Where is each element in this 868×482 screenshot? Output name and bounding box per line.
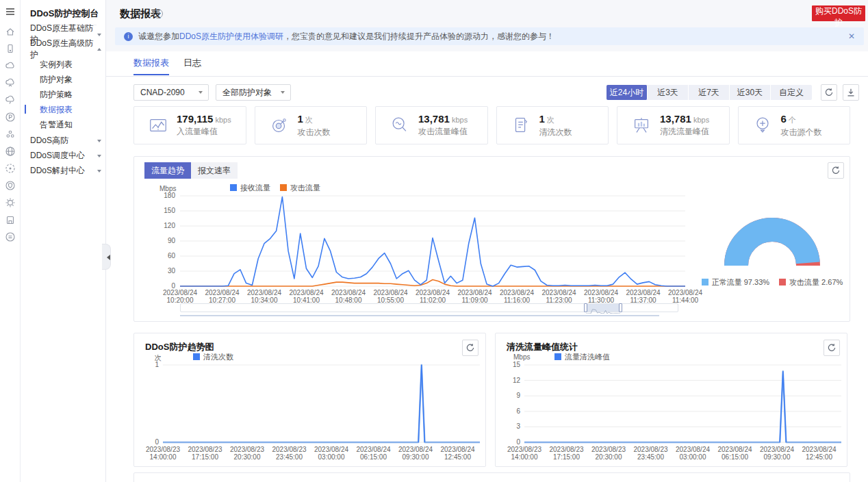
sidebar-item-protection-targets[interactable]: 防护对象	[30, 73, 101, 86]
stat-card-attack-count: 1次攻击次数	[255, 106, 368, 144]
protection-trend-chart: 102023/08/2314:00:002023/08/2317:15:0020…	[134, 333, 487, 468]
tab-packet-rate[interactable]: 报文速率	[191, 162, 238, 179]
svg-text:2023/08/24: 2023/08/24	[314, 446, 348, 453]
svg-text:2023/08/24: 2023/08/24	[584, 289, 618, 296]
banner-close-icon[interactable]: ✕	[848, 31, 855, 41]
instance-select[interactable]: CNAD-2090	[133, 84, 209, 101]
chart-refresh-button[interactable]	[828, 162, 844, 179]
svg-text:2023/08/24: 2023/08/24	[373, 289, 407, 296]
parking-icon[interactable]	[5, 112, 16, 123]
shield-circle-icon[interactable]	[5, 180, 16, 191]
buy-ddos-button[interactable]: 购买DDoS防护	[812, 5, 865, 21]
tab-traffic-trend[interactable]: 流量趋势	[144, 162, 191, 179]
home-icon[interactable]	[5, 26, 16, 37]
info-icon: i	[124, 32, 133, 41]
svg-text:9: 9	[516, 392, 520, 399]
survey-link[interactable]: DDoS原生防护使用体验调研	[179, 31, 283, 41]
svg-text:2023/08/24: 2023/08/24	[500, 289, 534, 296]
svg-text:12: 12	[513, 377, 521, 384]
scan-icon[interactable]	[5, 197, 16, 208]
tab-logs[interactable]: 日志	[183, 57, 201, 75]
sidebar-item-alert-notification[interactable]: 告警通知	[30, 118, 101, 131]
chart-refresh-button[interactable]	[824, 340, 840, 356]
chart-legend: 清洗次数	[193, 352, 233, 362]
dashed-circle-icon[interactable]	[5, 163, 16, 174]
svg-text:2023/08/24: 2023/08/24	[331, 289, 366, 296]
list-circle-icon[interactable]	[5, 231, 16, 242]
survey-banner: i 诚邀您参加DDoS原生防护使用体验调研，您宝贵的意见和建议是我们持续提升产品…	[115, 27, 864, 45]
sidebar-item-protection-policy[interactable]: 防护策略	[30, 88, 101, 101]
menu-icon[interactable]	[5, 6, 16, 17]
mobile-icon[interactable]	[5, 43, 16, 54]
svg-text:12:45:00: 12:45:00	[444, 453, 471, 461]
svg-text:2023/08/24: 2023/08/24	[356, 446, 390, 453]
svg-text:2023/08/24: 2023/08/24	[440, 446, 474, 453]
sidebar-item-instance-list[interactable]: 实例列表	[30, 58, 101, 71]
traffic-ratio-donut	[719, 214, 825, 269]
help-icon[interactable]: ?	[153, 9, 163, 18]
svg-text:120: 120	[164, 222, 175, 229]
stat-card-attack-peak: 13,781kbps攻击流量峰值	[375, 106, 488, 144]
datazoom-window[interactable]	[586, 304, 620, 312]
cloud-icon[interactable]	[5, 60, 16, 71]
refresh-button[interactable]	[821, 84, 837, 101]
y-axis-unit: Mbps	[159, 185, 176, 192]
svg-text:2023/08/23: 2023/08/23	[507, 446, 541, 453]
target-select[interactable]: 全部防护对象	[216, 84, 291, 101]
sidebar-collapse-handle[interactable]	[102, 244, 111, 270]
period-custom-button[interactable]: 自定义	[771, 85, 812, 100]
svg-text:180: 180	[164, 192, 175, 199]
board-chart-icon	[631, 115, 652, 136]
trend-legend: 接收流量 攻击流量	[230, 183, 320, 193]
svg-text:23:45:00: 23:45:00	[637, 453, 664, 461]
svg-text:15: 15	[513, 361, 521, 368]
period-7d-button[interactable]: 近7天	[689, 85, 730, 100]
svg-text:2023/08/23: 2023/08/23	[591, 446, 626, 453]
next-section-card	[133, 472, 850, 482]
svg-text:06:15:00: 06:15:00	[360, 453, 387, 461]
chart-refresh-button[interactable]	[462, 340, 478, 356]
svg-text:14:00:00: 14:00:00	[150, 453, 177, 461]
datazoom-sparkline	[586, 306, 620, 314]
chevron-up-icon	[97, 46, 101, 51]
document-icon	[511, 115, 531, 136]
y-axis-unit: 次	[155, 353, 162, 363]
svg-text:2023/08/24: 2023/08/24	[457, 289, 492, 296]
datazoom-underbar	[180, 315, 659, 316]
datazoom-right-handle[interactable]	[619, 303, 622, 312]
legend-swatch-attack-pct	[779, 279, 786, 286]
archive-icon[interactable]	[5, 214, 16, 225]
cloud-bolt-icon[interactable]	[5, 94, 16, 105]
svg-text:17:15:00: 17:15:00	[553, 453, 580, 461]
stats-row: 179,115kbps入流量峰值 1次攻击次数 13,781kbps攻击流量峰值…	[133, 106, 850, 144]
svg-text:2023/08/24: 2023/08/24	[717, 446, 752, 453]
ddos-protection-trend-card: DDoS防护趋势图 次 清洗次数 102023/08/2314:00:00202…	[133, 333, 486, 467]
datazoom-left-handle[interactable]	[584, 303, 587, 312]
globe-icon[interactable]	[5, 146, 16, 157]
datazoom-track[interactable]	[180, 303, 678, 312]
svg-text:2023/08/24: 2023/08/24	[247, 289, 281, 296]
svg-text:17:15:00: 17:15:00	[192, 453, 218, 461]
svg-text:14:00:00: 14:00:00	[511, 453, 538, 461]
sidebar-item-ddos-advanced[interactable]: DDoS原生高级防护	[30, 42, 101, 56]
tab-data-report[interactable]: 数据报表	[133, 57, 169, 75]
download-button[interactable]	[843, 84, 859, 101]
cloud-home-icon[interactable]	[5, 77, 16, 88]
period-30d-button[interactable]: 近30天	[730, 85, 771, 100]
stat-card-attack-sources: 6个攻击源个数	[738, 106, 851, 144]
svg-text:2023/08/24: 2023/08/24	[416, 289, 450, 296]
period-3d-button[interactable]: 近3天	[648, 85, 689, 100]
period-24h-button[interactable]: 近24小时	[607, 85, 648, 100]
sidebar-item-ddos-pro[interactable]: DDoS高防	[30, 134, 101, 147]
svg-text:2023/08/23: 2023/08/23	[146, 446, 180, 453]
stat-card-scrub-count: 1次清洗次数	[496, 106, 609, 144]
sidebar-item-ddos-scheduler[interactable]: DDoS调度中心	[30, 149, 101, 162]
svg-text:2023/08/23: 2023/08/23	[272, 446, 306, 453]
svg-text:3: 3	[516, 422, 520, 430]
sidebar-item-data-report[interactable]: 数据报表	[30, 103, 101, 116]
svg-text:03:00:00: 03:00:00	[680, 453, 706, 461]
svg-text:0: 0	[171, 282, 175, 290]
group-icon[interactable]	[5, 129, 16, 140]
sidebar-item-ddos-unblock[interactable]: DDoS解封中心	[30, 164, 101, 177]
svg-text:30: 30	[168, 267, 176, 275]
